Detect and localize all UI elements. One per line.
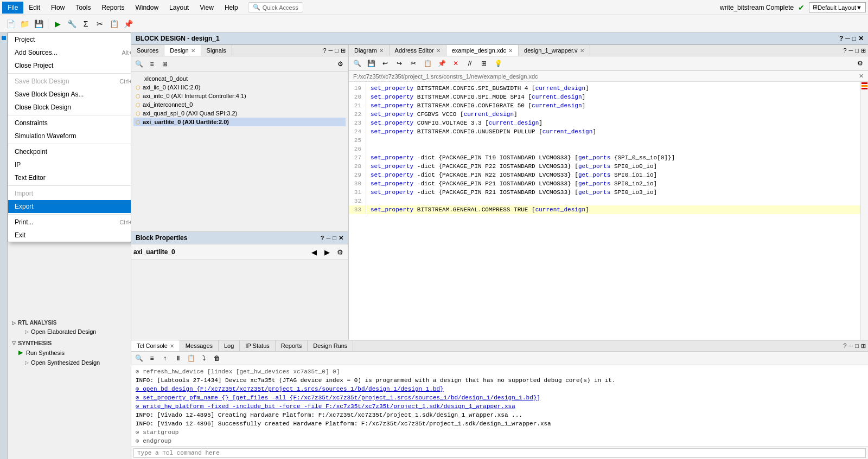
tab-design[interactable]: Design ✕ bbox=[164, 45, 201, 56]
save-btn[interactable]: 💾 bbox=[365, 57, 377, 69]
new-file-btn[interactable]: 📄 bbox=[4, 18, 16, 30]
tab-signals[interactable]: Signals bbox=[201, 45, 232, 56]
tree-item-axi-uartlite[interactable]: ⬡ axi_uartlite_0 (AXI Uartlite:2.0) bbox=[133, 118, 346, 126]
tab-diagram[interactable]: Diagram ✕ bbox=[349, 45, 390, 56]
menu-window[interactable]: Window bbox=[130, 2, 164, 14]
settings-btn[interactable]: ⚙ bbox=[854, 57, 866, 69]
tree-item-xlconcat[interactable]: xlconcat_0_dout bbox=[133, 74, 346, 83]
help-icon[interactable]: ? bbox=[323, 47, 326, 54]
menu-item-checkpoint[interactable]: Checkpoint ▶ bbox=[8, 145, 131, 158]
tab-close-icon[interactable]: ✕ bbox=[580, 48, 584, 54]
minimize-icon[interactable]: ─ bbox=[845, 35, 850, 42]
tab-address-editor[interactable]: Address Editor ✕ bbox=[390, 45, 446, 56]
tab-tcl-console[interactable]: Tcl Console ✕ bbox=[131, 340, 180, 351]
tab-close-icon[interactable]: ✕ bbox=[436, 48, 441, 54]
comment-btn[interactable]: // bbox=[464, 57, 476, 69]
menu-help[interactable]: Help bbox=[219, 2, 244, 14]
minimize-icon[interactable]: ─ bbox=[849, 342, 853, 349]
menu-item-add-sources[interactable]: Add Sources... Alt+A bbox=[8, 46, 131, 59]
menu-item-export[interactable]: Export ▶ Export Hardware... Export Block… bbox=[8, 200, 131, 213]
maximize-icon[interactable]: □ bbox=[855, 47, 859, 54]
console-input-field[interactable] bbox=[133, 448, 866, 458]
up-btn[interactable]: ↑ bbox=[159, 353, 170, 364]
minimize-icon[interactable]: ─ bbox=[327, 235, 331, 242]
flow-open-elaborated[interactable]: ▷ Open Elaborated Design bbox=[8, 327, 131, 337]
maximize-icon[interactable]: □ bbox=[852, 35, 856, 42]
tree-item-axi-intc[interactable]: ⬡ axi_intc_0 (AXI Interrupt Controller:4… bbox=[133, 92, 346, 100]
paste-btn[interactable]: 📌 bbox=[436, 57, 448, 69]
maximize-icon[interactable]: □ bbox=[335, 47, 339, 54]
bp-forward-btn[interactable]: ▶ bbox=[322, 247, 333, 257]
minimize-icon[interactable]: ─ bbox=[329, 47, 333, 54]
close-path-icon[interactable]: ✕ bbox=[859, 73, 864, 80]
menu-file[interactable]: File bbox=[2, 2, 23, 14]
tab-sources[interactable]: Sources bbox=[131, 45, 164, 56]
quick-access[interactable]: 🔍 Quick Access bbox=[248, 2, 303, 12]
tab-design-runs[interactable]: Design Runs bbox=[308, 340, 353, 351]
help-icon[interactable]: ? bbox=[843, 47, 846, 54]
tab-log[interactable]: Log bbox=[219, 340, 240, 351]
search-btn[interactable]: 🔍 bbox=[133, 353, 144, 364]
menu-item-ip[interactable]: IP ▶ bbox=[8, 158, 131, 171]
close-icon[interactable]: ✕ bbox=[339, 235, 343, 242]
tree-item-axi-iic[interactable]: ⬡ axi_iic_0 (AXI IIC:2.0) bbox=[133, 83, 346, 92]
menu-edit[interactable]: Edit bbox=[23, 2, 46, 14]
clear-btn[interactable]: 🗑 bbox=[212, 353, 222, 364]
menu-tools[interactable]: Tools bbox=[70, 2, 96, 14]
section-synthesis[interactable]: ▽ SYNTHESIS bbox=[8, 337, 131, 347]
menu-item-constraints[interactable]: Constraints ▶ bbox=[8, 117, 131, 130]
cut-btn[interactable]: ✂ bbox=[407, 57, 419, 69]
section-rtl-analysis[interactable]: ▷ RTL ANALYSIS bbox=[8, 316, 131, 327]
layout-dropdown[interactable]: ⊞ Default Layout ▼ bbox=[809, 2, 866, 12]
menu-layout[interactable]: Layout bbox=[164, 2, 194, 14]
menu-flow[interactable]: Flow bbox=[46, 2, 70, 14]
bp-back-btn[interactable]: ◀ bbox=[309, 247, 320, 257]
sum-btn[interactable]: Σ bbox=[80, 18, 92, 30]
maximize-icon[interactable]: □ bbox=[855, 342, 859, 349]
expand-btn[interactable]: ⊞ bbox=[159, 59, 170, 69]
tab-close-icon[interactable]: ✕ bbox=[170, 343, 174, 349]
undo-btn[interactable]: ↩ bbox=[379, 57, 391, 69]
menu-item-simulation-waveform[interactable]: Simulation Waveform ▶ bbox=[8, 130, 131, 143]
run-btn[interactable]: ▶ bbox=[52, 18, 63, 30]
help-icon[interactable]: ? bbox=[839, 35, 843, 42]
menu-item-close-block-design[interactable]: Close Block Design bbox=[8, 101, 131, 114]
table-btn[interactable]: ⊞ bbox=[478, 57, 490, 69]
tab-ip-status[interactable]: IP Status bbox=[240, 340, 275, 351]
console-line-5[interactable]: ⊙ write_hw_platform -fixed -include_bit … bbox=[136, 402, 864, 411]
expand-icon[interactable]: ⊞ bbox=[341, 47, 346, 54]
flow-open-synthesized[interactable]: ▷ Open Synthesized Design bbox=[8, 358, 131, 367]
search-btn[interactable]: 🔍 bbox=[351, 57, 363, 69]
console-line-4[interactable]: ⊙ set_property pfm_name {} [get_files -a… bbox=[136, 393, 864, 402]
filter-btn[interactable]: ≡ bbox=[146, 59, 157, 69]
wrap-btn[interactable]: ⤵ bbox=[199, 353, 209, 364]
bp-settings-btn[interactable]: ⚙ bbox=[335, 247, 346, 257]
menu-item-project[interactable]: Project ▶ bbox=[8, 33, 131, 46]
maximize-icon[interactable]: □ bbox=[333, 235, 336, 242]
search-btn[interactable]: 🔍 bbox=[133, 59, 144, 69]
redo-btn[interactable]: ↪ bbox=[393, 57, 405, 69]
tab-close-icon[interactable]: ✕ bbox=[191, 48, 195, 54]
menu-item-print[interactable]: Print... Ctrl+P bbox=[8, 216, 131, 229]
help-icon[interactable]: ? bbox=[843, 342, 846, 349]
bulb-btn[interactable]: 💡 bbox=[492, 57, 504, 69]
copy-btn[interactable]: 📋 bbox=[108, 18, 120, 30]
console-line-3[interactable]: ⊙ open_bd_design {F:/xc7z35t/xc7z35t/pro… bbox=[136, 385, 864, 393]
copy-btn[interactable]: 📋 bbox=[186, 353, 196, 364]
minimize-icon[interactable]: ─ bbox=[849, 47, 853, 54]
menu-item-close-project[interactable]: Close Project bbox=[8, 59, 131, 72]
code-scrollbar[interactable] bbox=[860, 82, 868, 340]
settings-icon[interactable]: ⚙ bbox=[335, 59, 346, 69]
tree-item-axi-spi[interactable]: ⬡ axi_quad_spi_0 (AXI Quad SPI:3.2) bbox=[133, 109, 346, 118]
menu-item-text-editor[interactable]: Text Editor ▶ bbox=[8, 171, 131, 184]
save-btn[interactable]: 💾 bbox=[33, 18, 44, 30]
menu-reports[interactable]: Reports bbox=[96, 2, 130, 14]
tab-close-icon[interactable]: ✕ bbox=[379, 48, 384, 54]
cut-btn[interactable]: ✂ bbox=[94, 18, 106, 30]
close-icon[interactable]: ✕ bbox=[858, 35, 864, 42]
tab-xdc[interactable]: example_design.xdc ✕ bbox=[446, 45, 519, 56]
expand-icon[interactable]: ⊞ bbox=[861, 47, 866, 54]
open-file-btn[interactable]: 📁 bbox=[18, 18, 30, 30]
tab-messages[interactable]: Messages bbox=[180, 340, 219, 351]
flow-run-synthesis[interactable]: ▶ Run Synthesis bbox=[8, 347, 131, 358]
